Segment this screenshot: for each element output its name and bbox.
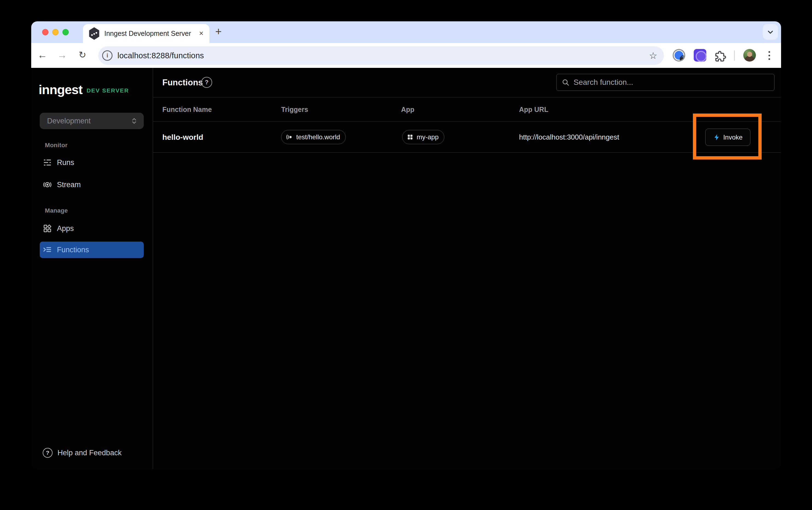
url-text[interactable]: localhost:8288/functions	[117, 51, 649, 60]
help-circle-icon: ?	[43, 448, 53, 458]
app-grid-icon	[407, 133, 414, 141]
forward-button[interactable]: →	[54, 43, 70, 68]
sidebar-section-monitor: Monitor	[45, 142, 68, 149]
traffic-light-minimize-button[interactable]	[52, 29, 59, 35]
table-header: Function Name Triggers App App URL	[153, 97, 781, 122]
logo-wordmark: inngest	[38, 82, 82, 97]
search-icon	[561, 78, 570, 86]
sidebar-item-label: Stream	[57, 181, 81, 189]
address-bar[interactable]: i localhost:8288/functions ☆	[98, 46, 664, 65]
column-header-app: App	[401, 97, 414, 121]
app-content: inngest DEV SERVER Development Monitor R…	[31, 68, 781, 469]
environment-select-value: Development	[47, 117, 130, 125]
dev-server-badge: DEV SERVER	[87, 86, 129, 94]
purple-extension-icon[interactable]	[694, 49, 706, 62]
sidebar-item-label: Functions	[57, 246, 89, 254]
lightning-bolt-icon	[713, 134, 720, 141]
sidebar-item-label: Runs	[57, 158, 74, 167]
traffic-light-close-button[interactable]	[42, 29, 49, 35]
column-header-app-url: App URL	[519, 97, 548, 121]
app-badge[interactable]: my-app	[402, 130, 444, 144]
chevron-down-icon	[766, 28, 775, 36]
new-tab-button[interactable]: +	[212, 26, 225, 38]
search-input[interactable]	[574, 78, 771, 87]
function-name-cell[interactable]: hello-world	[162, 122, 203, 153]
updown-chevron-icon	[130, 117, 138, 125]
sidebar-item-label: Help and Feedback	[57, 449, 121, 457]
sidebar-item-apps[interactable]: Apps	[40, 220, 144, 237]
inngest-favicon-icon	[88, 27, 100, 40]
functions-icon	[43, 245, 52, 254]
browser-menu-icon[interactable]	[766, 50, 772, 62]
runs-icon	[43, 158, 52, 167]
table-row[interactable]: hello-world test/hello.world my-app	[153, 122, 781, 153]
page-title: Functions	[162, 78, 203, 88]
browser-tab[interactable]: Inngest Development Server ×	[83, 24, 209, 43]
environment-select[interactable]: Development	[40, 113, 144, 129]
sidebar-item-stream[interactable]: Stream	[40, 177, 144, 193]
stream-icon	[43, 180, 52, 189]
trigger-label: test/hello.world	[296, 133, 340, 141]
reload-button[interactable]: ↻	[74, 43, 91, 68]
toolbar-separator	[734, 50, 735, 61]
invoke-button[interactable]: Invoke	[705, 128, 750, 146]
site-info-icon[interactable]: i	[102, 50, 113, 61]
app-label: my-app	[417, 133, 439, 141]
browser-toolbar: ← → ↻ i localhost:8288/functions ☆	[31, 43, 781, 68]
tab-search-chevron-button[interactable]	[763, 24, 778, 40]
inngest-logo: inngest DEV SERVER	[38, 82, 129, 97]
sidebar-item-help-and-feedback[interactable]: ? Help and Feedback	[40, 445, 144, 461]
tab-title: Inngest Development Server	[104, 30, 199, 37]
column-header-triggers: Triggers	[281, 97, 308, 121]
function-search[interactable]	[556, 74, 775, 91]
page-title-help-icon[interactable]: ?	[201, 77, 212, 88]
profile-avatar[interactable]	[743, 49, 756, 62]
trigger-badge[interactable]: test/hello.world	[281, 130, 346, 144]
app-url-cell: http://localhost:3000/api/inngest	[519, 122, 619, 153]
sidebar-section-manage: Manage	[45, 207, 68, 214]
apps-icon	[43, 224, 52, 233]
column-header-function-name: Function Name	[162, 97, 212, 121]
sidebar-item-label: Apps	[57, 224, 74, 233]
extensions-puzzle-icon[interactable]	[714, 50, 727, 62]
onepassword-extension-icon[interactable]	[673, 49, 685, 62]
bookmark-star-icon[interactable]: ☆	[649, 50, 657, 61]
sidebar-item-functions[interactable]: Functions	[40, 242, 144, 258]
desktop: { "colors": { "tab_strip": "#d3e1fc", "t…	[0, 0, 812, 510]
browser-window: Inngest Development Server × + ← → ↻ i l…	[31, 21, 781, 469]
traffic-light-zoom-button[interactable]	[62, 29, 69, 35]
tab-strip: Inngest Development Server × +	[31, 21, 781, 43]
main-panel: Functions ? Function Name Triggers App A…	[153, 68, 781, 469]
event-trigger-icon	[286, 133, 293, 141]
sidebar-item-runs[interactable]: Runs	[40, 154, 144, 171]
tab-close-icon[interactable]: ×	[199, 30, 203, 37]
invoke-label: Invoke	[723, 133, 743, 141]
sidebar: inngest DEV SERVER Development Monitor R…	[31, 68, 153, 469]
back-button[interactable]: ←	[34, 43, 51, 68]
